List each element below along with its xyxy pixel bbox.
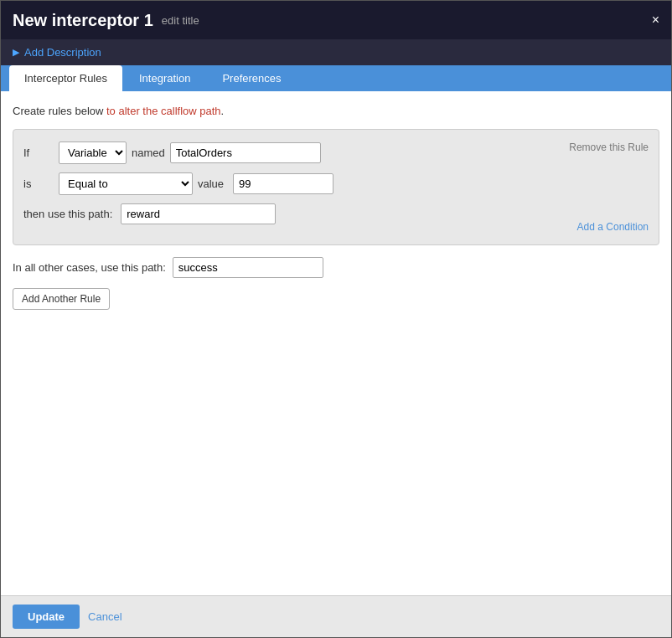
add-another-rule-button[interactable]: Add Another Rule bbox=[13, 288, 110, 310]
cancel-button[interactable]: Cancel bbox=[88, 610, 121, 623]
tab-preferences[interactable]: Preferences bbox=[207, 65, 296, 91]
is-label: is bbox=[23, 178, 54, 190]
other-cases-label: In all other cases, use this path: bbox=[13, 261, 166, 274]
add-description-label: Add Description bbox=[24, 46, 101, 59]
modal-container: New interceptor 1 edit title × ▶ Add Des… bbox=[0, 0, 672, 638]
condition-select[interactable]: Equal to Not equal to Greater than Less … bbox=[59, 172, 193, 195]
tabs-bar: Interceptor Rules Integration Preference… bbox=[1, 65, 671, 91]
if-row: If Variable named bbox=[23, 141, 649, 164]
other-cases-input[interactable] bbox=[173, 257, 323, 278]
add-condition-link[interactable]: Add a Condition bbox=[577, 221, 649, 233]
add-description-bar[interactable]: ▶ Add Description bbox=[1, 39, 671, 65]
modal-footer: Update Cancel bbox=[1, 595, 671, 637]
tab-integration[interactable]: Integration bbox=[124, 65, 205, 91]
value-label: value bbox=[198, 178, 228, 190]
modal-title: New interceptor 1 bbox=[13, 11, 153, 30]
edit-title-link[interactable]: edit title bbox=[162, 14, 199, 27]
is-row: is Equal to Not equal to Greater than Le… bbox=[23, 172, 649, 195]
remove-rule-link[interactable]: Remove this Rule bbox=[569, 141, 649, 153]
named-input[interactable] bbox=[170, 142, 321, 163]
path-input[interactable] bbox=[121, 203, 276, 224]
description-arrow: ▶ bbox=[13, 47, 19, 58]
header-left: New interceptor 1 edit title bbox=[13, 11, 199, 30]
then-label: then use this path: bbox=[23, 208, 112, 220]
named-label: named bbox=[132, 147, 165, 159]
value-input[interactable] bbox=[233, 173, 333, 194]
then-row: then use this path: bbox=[23, 203, 649, 224]
if-label: If bbox=[23, 147, 54, 159]
rule-box: Remove this Rule If Variable named is Eq… bbox=[13, 129, 659, 245]
modal-body: Create rules below to alter the callflow… bbox=[1, 91, 671, 595]
other-cases-row: In all other cases, use this path: bbox=[13, 257, 659, 278]
description-link: to alter the callflow path bbox=[106, 105, 221, 117]
update-button[interactable]: Update bbox=[13, 605, 80, 629]
tab-interceptor-rules[interactable]: Interceptor Rules bbox=[9, 65, 122, 91]
close-button[interactable]: × bbox=[652, 13, 659, 27]
description-text: Create rules below to alter the callflow… bbox=[13, 105, 659, 117]
variable-select[interactable]: Variable bbox=[59, 141, 127, 164]
modal-header: New interceptor 1 edit title × bbox=[1, 1, 671, 39]
